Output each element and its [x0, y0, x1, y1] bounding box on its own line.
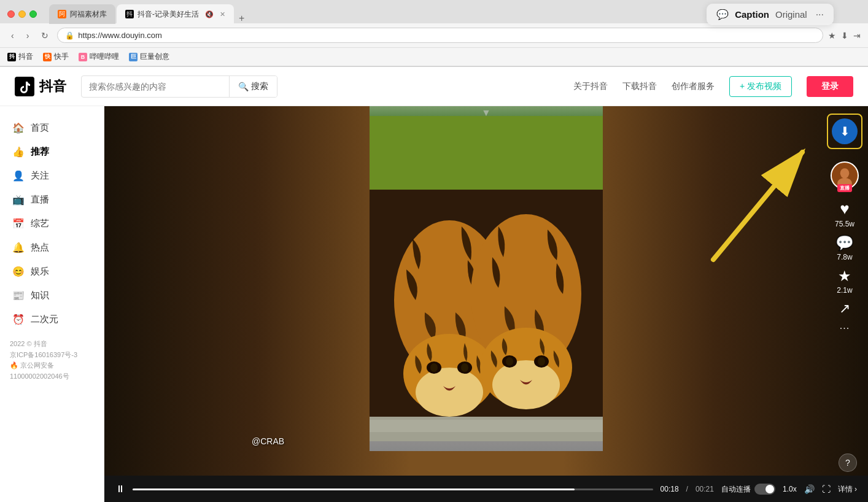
traffic-lights: [7, 10, 37, 18]
logo: 抖音: [15, 77, 66, 96]
app-header: 抖音 🔍 搜索 关于抖音 下载抖音 创作者服务 + 发布视频 登录: [0, 67, 868, 106]
bookmark-giant[interactable]: 巨 巨量创意: [129, 52, 169, 62]
bookmark-giant-label: 巨量创意: [140, 52, 169, 62]
nav-download[interactable]: 下载抖音: [622, 81, 657, 92]
url-text[interactable]: https://www.douyin.com: [78, 31, 815, 40]
collect-btn[interactable]: ★ 2.1w: [837, 268, 852, 295]
sidebar-item-anime[interactable]: ⏰ 二次元: [0, 307, 104, 331]
bookmark-bilibili[interactable]: B 哔哩哔哩: [79, 52, 119, 62]
refresh-btn[interactable]: ↻: [37, 28, 52, 43]
sidebar-label-knowledge: 知识: [31, 290, 49, 301]
yellow-arrow-annotation: [695, 140, 830, 263]
tab-afu-label: 阿福素材库: [70, 9, 107, 20]
sidebar-item-hot[interactable]: 🔔 热点: [0, 236, 104, 260]
comment-count: 7.8w: [837, 253, 852, 261]
tab-douyin[interactable]: 抖 抖音-记录美好生活 🔇 ✕: [117, 4, 234, 24]
live-icon: 📺: [12, 194, 25, 206]
toggle-knob: [765, 485, 774, 493]
main-content: 🏠 首页 👍 推荐 👤 关注 📺 直播 📅 综艺 🔔 热点: [0, 106, 868, 502]
video-area: ▼: [104, 106, 868, 502]
add-tab-btn[interactable]: +: [235, 13, 248, 24]
sidebar-label-home: 首页: [31, 122, 49, 134]
sidebar-item-knowledge[interactable]: 📰 知识: [0, 284, 104, 307]
avatar-container: 直播: [831, 161, 859, 190]
publish-btn[interactable]: + 发布视频: [729, 76, 792, 97]
video-username: @CRAB: [252, 436, 284, 446]
bookmark-icon[interactable]: ★: [828, 31, 836, 41]
play-pause-btn[interactable]: ⏸: [115, 484, 125, 495]
bookmark-douyin-label: 抖音: [18, 52, 33, 62]
sidebar-item-home[interactable]: 🏠 首页: [0, 116, 104, 140]
search-btn[interactable]: 🔍 搜索: [229, 76, 277, 97]
svg-point-9: [430, 363, 438, 372]
progress-fill: [133, 488, 575, 490]
nav-creator[interactable]: 创作者服务: [672, 81, 715, 92]
back-btn[interactable]: ‹: [7, 28, 18, 43]
sidebar-label-live: 直播: [31, 194, 49, 206]
lock-icon: 🔒: [65, 31, 74, 40]
tab-close-icon[interactable]: 🔇: [205, 10, 214, 18]
search-icon: 🔍: [238, 82, 249, 91]
search-input[interactable]: [82, 77, 229, 96]
sidebar-footer: 2022 © 抖音 京ICP备16016397号-3 🔥 京公网安备 11000…: [0, 331, 104, 389]
sidebar-item-entertainment[interactable]: 😊 娱乐: [0, 260, 104, 284]
download-circle-icon: ⬇: [832, 118, 858, 144]
svg-point-16: [506, 357, 513, 366]
svg-point-21: [840, 168, 850, 178]
tab-afu[interactable]: 阿 阿福素材库: [49, 4, 115, 24]
home-icon: 🏠: [12, 122, 25, 134]
svg-point-6: [416, 368, 483, 417]
share-icon: ↗: [839, 301, 850, 317]
svg-point-17: [538, 357, 545, 366]
minimize-window-btn[interactable]: [18, 10, 26, 18]
footer-line3: 🔥 京公网安备: [10, 360, 94, 371]
svg-point-10: [461, 363, 468, 372]
bookmark-kuaishou-label: 快手: [54, 52, 69, 62]
progress-bar[interactable]: [133, 488, 653, 490]
detail-btn[interactable]: 详情 ›: [838, 484, 857, 495]
footer-line2: 京ICP备16016397号-3: [10, 350, 94, 361]
video-container[interactable]: @CRAB ⬇: [104, 106, 868, 476]
bookmark-douyin[interactable]: 抖 抖音: [7, 52, 33, 62]
app: 抖音 🔍 搜索 关于抖音 下载抖音 创作者服务 + 发布视频 登录 🏠 首页 👍: [0, 67, 868, 502]
caption-more-btn[interactable]: ···: [816, 9, 824, 20]
sidebar-item-live[interactable]: 📺 直播: [0, 188, 104, 212]
sidebar-item-recommend[interactable]: 👍 推荐: [0, 140, 104, 164]
sidebar-toggle-icon[interactable]: ⇥: [853, 31, 861, 41]
address-bar[interactable]: 🔒 https://www.douyin.com: [57, 28, 823, 43]
speed-btn[interactable]: 1.0x: [783, 485, 797, 493]
nav-bar: ‹ › ↻ 🔒 https://www.douyin.com ★ ⬇ ⇥: [0, 23, 868, 48]
maximize-window-btn[interactable]: [29, 10, 37, 18]
original-label[interactable]: Original: [775, 9, 807, 20]
share-btn[interactable]: ↗: [839, 301, 850, 317]
footer-line1: 2022 © 抖音: [10, 339, 94, 350]
auto-play-toggle[interactable]: [754, 484, 775, 495]
tiger-video-frame: [370, 106, 603, 451]
close-window-btn[interactable]: [7, 10, 15, 18]
sidebar-label-recommend: 推荐: [31, 146, 49, 158]
collect-count: 2.1w: [837, 286, 852, 295]
fullscreen-btn[interactable]: ⛶: [822, 484, 831, 494]
follow-icon: 👤: [12, 170, 25, 182]
svg-point-13: [492, 360, 560, 409]
volume-btn[interactable]: 🔊: [804, 484, 815, 494]
nav-about[interactable]: 关于抖音: [573, 81, 608, 92]
nav-actions: ★ ⬇ ⇥: [828, 31, 861, 41]
login-btn[interactable]: 登录: [807, 76, 853, 97]
caption-label[interactable]: Caption: [735, 9, 769, 20]
tab-close-btn[interactable]: ✕: [220, 10, 225, 18]
footer-line4: 11000002002046号: [10, 371, 94, 382]
sidebar-item-variety[interactable]: 📅 综艺: [0, 212, 104, 236]
forward-btn[interactable]: ›: [23, 28, 33, 43]
more-btn[interactable]: ···: [840, 323, 850, 334]
like-btn[interactable]: ♥ 75.5w: [835, 199, 854, 228]
download-btn[interactable]: ⬇: [827, 114, 862, 149]
comment-btn[interactable]: 💬 7.8w: [835, 234, 854, 261]
sidebar-item-follow[interactable]: 👤 关注: [0, 164, 104, 188]
download-icon[interactable]: ⬇: [841, 31, 848, 41]
logo-text: 抖音: [39, 77, 66, 96]
sidebar-label-variety: 综艺: [31, 218, 49, 230]
bookmarks-bar: 抖 抖音 快 快手 B 哔哩哔哩 巨 巨量创意: [0, 48, 868, 66]
help-btn[interactable]: ?: [839, 454, 857, 472]
bookmark-kuaishou[interactable]: 快 快手: [43, 52, 69, 62]
